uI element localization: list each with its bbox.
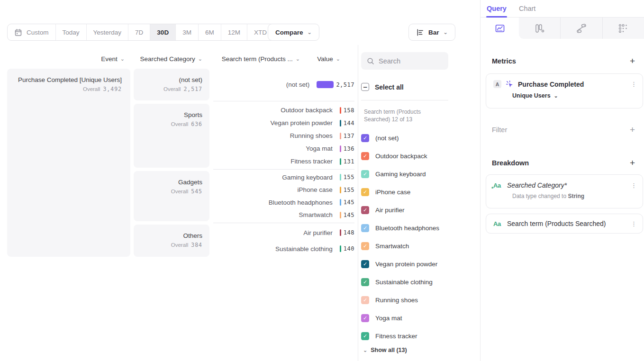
kebab-menu-icon[interactable]: ⋮ — [631, 81, 637, 88]
term-value: 145 — [344, 199, 354, 206]
term-row[interactable]: (not set) 2,517 — [213, 81, 354, 88]
show-all-button[interactable]: ⌄ Show all (13) — [363, 347, 407, 353]
tab-chart[interactable]: Chart — [519, 0, 535, 17]
add-metric-button[interactable]: + — [630, 56, 635, 65]
term-row[interactable]: Smartwatch 145 — [213, 211, 354, 218]
date-range-label: Today — [63, 29, 80, 36]
kebab-menu-icon[interactable]: ⋮ — [631, 220, 637, 227]
checklist-item[interactable]: ✓ Fitness tracker — [361, 327, 448, 345]
tab-funnels[interactable] — [519, 18, 560, 39]
term-row[interactable]: Bluetooth headphones 145 — [213, 199, 354, 206]
category-cell[interactable]: Others Overall384 — [134, 225, 209, 257]
checklist-item[interactable]: ✓ Bluetooth headphones — [361, 219, 448, 237]
checked-checkbox[interactable]: ✓ — [361, 224, 369, 232]
checklist-item[interactable]: ✓ (not set) — [361, 129, 448, 147]
select-all-row[interactable]: − Select all — [361, 83, 404, 91]
column-header-term[interactable]: Search term (Products ...⌄ — [222, 55, 300, 63]
tab-retention[interactable] — [602, 18, 644, 39]
checked-checkbox[interactable]: ✓ — [361, 332, 369, 340]
date-range-yesterday[interactable]: Yesterday — [87, 24, 129, 40]
column-header-value[interactable]: Value⌄ — [317, 55, 340, 63]
term-label: Outdoor backpack — [213, 107, 340, 114]
date-range-custom[interactable]: Custom — [8, 24, 56, 40]
term-value: 136 — [344, 145, 354, 152]
date-range-today[interactable]: Today — [56, 24, 87, 40]
checklist-item[interactable]: ✓ Smartwatch — [361, 237, 448, 255]
chart-type-button[interactable]: Bar ⌄ — [408, 24, 455, 41]
checked-checkbox[interactable]: ✓ — [361, 260, 369, 268]
kebab-menu-icon[interactable]: ⋮ — [631, 182, 637, 189]
breakdown-card[interactable]: Aa Search term (Products Searched) ⋮ — [486, 214, 643, 234]
date-range-12m[interactable]: 12M — [221, 24, 247, 40]
checklist-item[interactable]: ✓ Running shoes — [361, 291, 448, 309]
overall-label: Overall — [163, 86, 181, 92]
category-cell[interactable]: Sports Overall636 — [134, 104, 209, 168]
chevron-down-icon: ⌄ — [308, 30, 312, 35]
checklist-item[interactable]: ✓ Gaming keyboard — [361, 165, 448, 183]
checked-checkbox[interactable]: ✓ — [361, 188, 369, 196]
add-filter-button[interactable]: + — [630, 125, 635, 134]
term-row[interactable]: Sustainable clothing 140 — [213, 245, 354, 253]
checked-checkbox[interactable]: ✓ — [361, 134, 369, 142]
value-bar — [340, 133, 341, 139]
overall-value: 2,517 — [183, 86, 202, 92]
value-bar — [340, 199, 341, 206]
term-row[interactable]: Yoga mat 136 — [213, 145, 354, 152]
category-overall: Overall384 — [134, 242, 202, 248]
term-label: Air purifier — [213, 229, 340, 236]
compare-button[interactable]: Compare ⌄ — [268, 24, 319, 41]
checked-checkbox[interactable]: ✓ — [361, 206, 369, 214]
insights-icon — [494, 23, 506, 34]
date-range-7d[interactable]: 7D — [128, 24, 150, 40]
chevron-down-icon: ⌄ — [444, 30, 448, 35]
tab-insights[interactable] — [481, 18, 519, 39]
checked-checkbox[interactable]: ✓ — [361, 242, 369, 250]
term-label: (not set) — [213, 81, 317, 88]
checklist-item[interactable]: ✓ Vegan protein powder — [361, 255, 448, 273]
tab-flows[interactable] — [560, 18, 602, 39]
term-row[interactable]: Vegan protein powder 144 — [213, 119, 354, 126]
column-header-category[interactable]: Searched Category⌄ — [140, 55, 202, 63]
chevron-down-icon: ⌄ — [296, 56, 300, 62]
breakdown-card[interactable]: Aa* Searched Category* ⋮ Data type chang… — [486, 174, 643, 208]
event-cell[interactable]: Purchase Completed [Unique Users] Overal… — [7, 69, 130, 257]
checklist-item[interactable]: ✓ Yoga mat — [361, 309, 448, 327]
measure-selector[interactable]: Unique Users ⌄ — [512, 92, 643, 99]
select-all-checkbox[interactable]: − — [361, 83, 369, 91]
date-range-3m[interactable]: 3M — [176, 24, 199, 40]
category-cell[interactable]: (not set) Overall2,517 — [134, 69, 209, 100]
checked-checkbox[interactable]: ✓ — [361, 152, 369, 160]
term-row[interactable]: Running shoes 137 — [213, 132, 354, 139]
measure-label: Unique Users — [512, 92, 551, 99]
date-range-label: 7D — [135, 29, 143, 36]
checklist-item[interactable]: ✓ Air purifier — [361, 201, 448, 219]
term-value: 145 — [344, 212, 354, 218]
group-divider — [213, 169, 354, 170]
category-name: (not set) — [134, 76, 202, 83]
checklist-item-label: Bluetooth headphones — [375, 225, 439, 232]
checked-checkbox[interactable]: ✓ — [361, 170, 369, 178]
term-row[interactable]: iPhone case 155 — [213, 186, 354, 193]
overall-label: Overall — [171, 121, 188, 127]
column-header-event[interactable]: Event⌄ — [101, 55, 125, 63]
term-label: Vegan protein powder — [213, 119, 340, 126]
term-label: Bluetooth headphones — [213, 199, 340, 206]
term-row[interactable]: Outdoor backpack 158 — [213, 107, 354, 114]
checklist-item[interactable]: ✓ Sustainable clothing — [361, 273, 448, 291]
term-row[interactable]: Air purifier 148 — [213, 229, 354, 236]
tab-query[interactable]: Query — [487, 0, 507, 17]
metric-card[interactable]: A Purchase Completed ⋮ Unique Users ⌄ — [486, 73, 643, 108]
date-range-6m[interactable]: 6M — [199, 24, 221, 40]
checklist-item[interactable]: ✓ iPhone case — [361, 183, 448, 201]
date-range-30d[interactable]: 30D — [150, 24, 176, 40]
checked-checkbox[interactable]: ✓ — [361, 296, 369, 304]
checked-checkbox[interactable]: ✓ — [361, 278, 369, 286]
checklist-item[interactable]: ✓ Outdoor backpack — [361, 147, 448, 165]
checked-checkbox[interactable]: ✓ — [361, 314, 369, 322]
term-row[interactable]: Gaming keyboard 155 — [213, 174, 354, 181]
search-input[interactable] — [379, 57, 440, 65]
category-cell[interactable]: Gadgets Overall545 — [134, 171, 209, 221]
term-row[interactable]: Fitness tracker 131 — [213, 158, 354, 165]
metric-event-name: Purchase Completed — [518, 81, 626, 88]
add-breakdown-button[interactable]: + — [630, 158, 635, 167]
